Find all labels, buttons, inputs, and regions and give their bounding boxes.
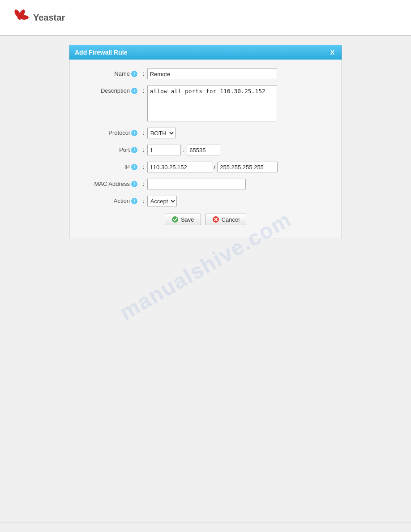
save-icon: [171, 216, 179, 223]
port-control: :: [147, 145, 328, 155]
protocol-label: Protocol i: [83, 128, 141, 136]
description-info-icon[interactable]: i: [131, 88, 137, 94]
protocol-select[interactable]: BOTH TCP UDP: [147, 128, 176, 138]
logo-text: Yeastar: [33, 13, 65, 23]
button-row: Save Cancel: [83, 214, 328, 230]
protocol-colon: :: [143, 128, 145, 136]
action-label: Action i: [83, 196, 141, 204]
name-colon: :: [143, 69, 145, 77]
protocol-info-icon[interactable]: i: [131, 130, 137, 136]
name-row: Name i :: [83, 69, 328, 79]
app-header: Yeastar: [0, 0, 411, 36]
cancel-icon: [212, 216, 219, 223]
action-colon: :: [143, 196, 145, 204]
ip-input[interactable]: [147, 162, 212, 172]
subnet-mask-input[interactable]: [217, 162, 278, 172]
description-label: Description i: [83, 86, 141, 94]
ip-row: IP i : /: [83, 162, 328, 172]
add-firewall-rule-dialog: Add Firewall Rule X Name i : Description: [69, 45, 342, 239]
dialog-header: Add Firewall Rule X: [69, 45, 342, 60]
svg-point-3: [17, 15, 22, 20]
cancel-button[interactable]: Cancel: [206, 214, 246, 225]
port-row: Port i : :: [83, 145, 328, 155]
ip-colon: :: [143, 162, 145, 170]
protocol-row: Protocol i : BOTH TCP UDP: [83, 128, 328, 138]
name-label: Name i: [83, 69, 141, 77]
description-row: Description i : allow all ports for 110.…: [83, 86, 328, 121]
action-info-icon[interactable]: i: [131, 198, 137, 204]
action-select[interactable]: Accept Drop Reject: [147, 196, 177, 206]
dialog-close-button[interactable]: X: [329, 49, 336, 56]
name-input[interactable]: [147, 69, 277, 79]
footer-line: [0, 523, 411, 523]
protocol-control: BOTH TCP UDP: [147, 128, 328, 138]
description-textarea[interactable]: allow all ports for 110.30.25.152: [147, 86, 277, 121]
save-label: Save: [181, 216, 194, 223]
mac-colon: :: [143, 179, 145, 187]
port-to-input[interactable]: [187, 145, 220, 155]
mac-info-icon[interactable]: i: [131, 181, 137, 187]
ip-control: /: [147, 162, 328, 172]
name-info-icon[interactable]: i: [131, 71, 137, 77]
logo: Yeastar: [9, 7, 65, 28]
name-control: [147, 69, 328, 79]
cancel-label: Cancel: [222, 216, 240, 223]
main-content: Add Firewall Rule X Name i : Description: [0, 36, 411, 248]
description-control: allow all ports for 110.30.25.152: [147, 86, 328, 121]
description-colon: :: [143, 86, 145, 94]
port-range-separator: :: [181, 145, 187, 153]
ip-info-icon[interactable]: i: [131, 164, 137, 170]
port-from-input[interactable]: [147, 145, 181, 155]
mac-input[interactable]: [147, 179, 246, 189]
ip-label: IP i: [83, 162, 141, 170]
port-info-icon[interactable]: i: [131, 147, 137, 153]
yeastar-logo-icon: [9, 7, 30, 28]
save-button[interactable]: Save: [165, 214, 201, 225]
dialog-body: Name i : Description i : allow all ports…: [69, 60, 342, 239]
mac-label: MAC Address i: [83, 179, 141, 187]
mac-control: [147, 179, 328, 189]
port-label: Port i: [83, 145, 141, 153]
action-control: Accept Drop Reject: [147, 196, 328, 206]
action-row: Action i : Accept Drop Reject: [83, 196, 328, 206]
port-colon: :: [143, 145, 145, 153]
dialog-title: Add Firewall Rule: [75, 49, 127, 56]
ip-mask-separator: /: [212, 162, 218, 170]
mac-row: MAC Address i :: [83, 179, 328, 189]
